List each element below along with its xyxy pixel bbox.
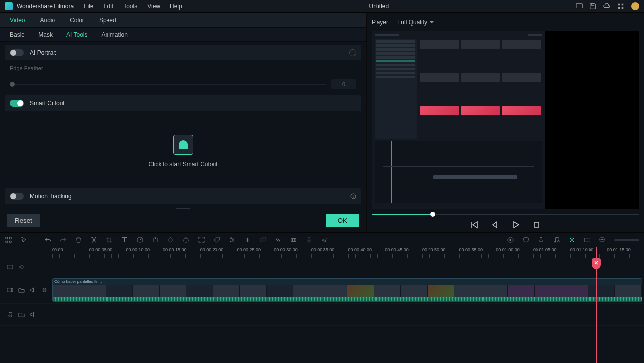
audio-wave-icon[interactable] [244, 236, 251, 243]
crop-icon[interactable] [106, 236, 113, 243]
timeline-ruler[interactable]: 00:0000:00:05:0000:00:10:0000:00:15:0000… [0, 247, 644, 258]
info-icon[interactable]: i [350, 193, 356, 199]
auto-ripple-icon[interactable] [18, 264, 25, 270]
zoom-out-icon[interactable] [599, 236, 606, 243]
svg-point-19 [230, 237, 232, 239]
cursor-icon[interactable] [20, 236, 28, 243]
color-icon[interactable] [152, 236, 159, 243]
quality-dropdown[interactable]: Full Quality [397, 19, 434, 26]
track-settings-icon[interactable] [7, 264, 13, 270]
marker-tool-icon[interactable] [290, 236, 297, 243]
video-preview[interactable] [372, 31, 639, 209]
subtab-mask[interactable]: Mask [38, 31, 53, 38]
music-icon[interactable] [553, 236, 560, 243]
delete-icon[interactable] [75, 236, 82, 243]
mic-icon[interactable] [537, 236, 545, 243]
tab-color[interactable]: Color [70, 17, 84, 24]
svg-rect-8 [534, 222, 539, 227]
subtab-basic[interactable]: Basic [10, 31, 24, 38]
svg-text:i: i [353, 194, 354, 199]
app-logo-icon [5, 2, 13, 10]
menu-file[interactable]: File [84, 3, 93, 10]
svg-point-17 [155, 238, 156, 239]
subtab-ai-tools[interactable]: AI Tools [66, 31, 87, 38]
tag-icon[interactable] [213, 236, 220, 243]
play-icon[interactable] [512, 221, 520, 229]
ai-portrait-row: AI Portrait [5, 45, 361, 60]
reset-button[interactable]: Reset [7, 214, 40, 227]
stop-icon[interactable] [533, 221, 540, 229]
playhead[interactable] [596, 247, 597, 363]
svg-point-35 [44, 289, 46, 291]
screen-icon[interactable] [576, 3, 583, 10]
smart-cutout-label: Smart Cutout [30, 100, 356, 107]
mute-icon[interactable] [30, 311, 36, 318]
split-icon[interactable] [90, 236, 98, 243]
expand-icon[interactable] [198, 236, 205, 243]
menu-help[interactable]: Help [170, 3, 182, 10]
ai-portrait-label: AI Portrait [30, 49, 349, 56]
ai-tool-icon[interactable] [568, 236, 576, 243]
zoom-slider[interactable] [614, 239, 639, 241]
group-icon[interactable] [259, 236, 267, 243]
save-icon[interactable] [590, 3, 596, 10]
link-icon[interactable] [274, 236, 282, 243]
menu-tools[interactable]: Tools [123, 3, 137, 10]
tab-audio[interactable]: Audio [40, 17, 55, 24]
timer-icon[interactable] [182, 236, 190, 243]
reset-icon[interactable] [349, 49, 356, 56]
app-name: Wondershare Filmora [17, 3, 74, 10]
render-icon[interactable] [507, 236, 514, 243]
smart-cutout-toggle[interactable] [10, 100, 24, 107]
svg-point-21 [230, 241, 231, 242]
edge-feather-value[interactable]: 0 [331, 79, 356, 89]
visibility-icon[interactable] [41, 287, 48, 293]
svg-rect-9 [6, 237, 8, 239]
prev-frame-icon[interactable] [491, 221, 499, 229]
scrub-bar[interactable] [372, 211, 639, 217]
motion-tracking-toggle[interactable] [10, 193, 24, 200]
smart-cutout-button[interactable] [173, 135, 193, 155]
redo-icon[interactable] [59, 236, 67, 243]
folder-icon[interactable] [18, 311, 25, 318]
menu-view[interactable]: View [147, 3, 160, 10]
edge-feather-slider[interactable] [10, 84, 326, 85]
speed-icon[interactable] [136, 236, 144, 243]
tab-video[interactable]: Video [10, 17, 25, 24]
edge-feather-row: Edge Feather [5, 63, 361, 77]
ai-portrait-toggle[interactable] [10, 49, 24, 56]
document-title: Untitled [182, 3, 576, 10]
properties-panel: Video Audio Color Speed Basic Mask AI To… [0, 13, 367, 232]
mix-icon[interactable] [321, 236, 328, 243]
skip-back-icon[interactable] [470, 221, 478, 229]
player-panel: Player Full Quality [367, 13, 644, 232]
svg-rect-11 [6, 241, 8, 242]
main-menu: File Edit Tools View Help [84, 3, 182, 10]
video-clip[interactable]: Cómo hacer pantallas fin... [52, 278, 642, 302]
tab-speed[interactable]: Speed [99, 17, 116, 24]
folder-icon[interactable] [18, 287, 25, 293]
subtab-animation[interactable]: Animation [101, 31, 127, 38]
chevron-down-icon [430, 21, 434, 25]
svg-rect-25 [308, 237, 310, 241]
user-avatar[interactable] [631, 2, 639, 10]
cloud-upload-icon[interactable] [603, 3, 610, 10]
clip-title: Cómo hacer pantallas fin... [54, 279, 102, 284]
apps-grid-icon[interactable] [617, 3, 624, 10]
fit-icon[interactable] [584, 236, 591, 243]
ok-button[interactable]: OK [326, 214, 359, 227]
svg-rect-5 [622, 7, 624, 9]
snap-icon[interactable] [5, 236, 12, 243]
shield-icon[interactable] [522, 236, 530, 243]
smart-cutout-row: Smart Cutout [5, 95, 361, 111]
voiceover-icon[interactable] [305, 236, 313, 243]
playhead-handle[interactable] [592, 258, 601, 269]
menu-edit[interactable]: Edit [104, 3, 114, 10]
text-icon[interactable] [121, 236, 128, 243]
svg-rect-34 [7, 288, 11, 292]
keyframe-icon[interactable] [167, 236, 174, 243]
quality-value: Full Quality [397, 19, 427, 26]
undo-icon[interactable] [44, 236, 52, 243]
adjust-icon[interactable] [228, 236, 236, 243]
mute-icon[interactable] [30, 287, 36, 293]
